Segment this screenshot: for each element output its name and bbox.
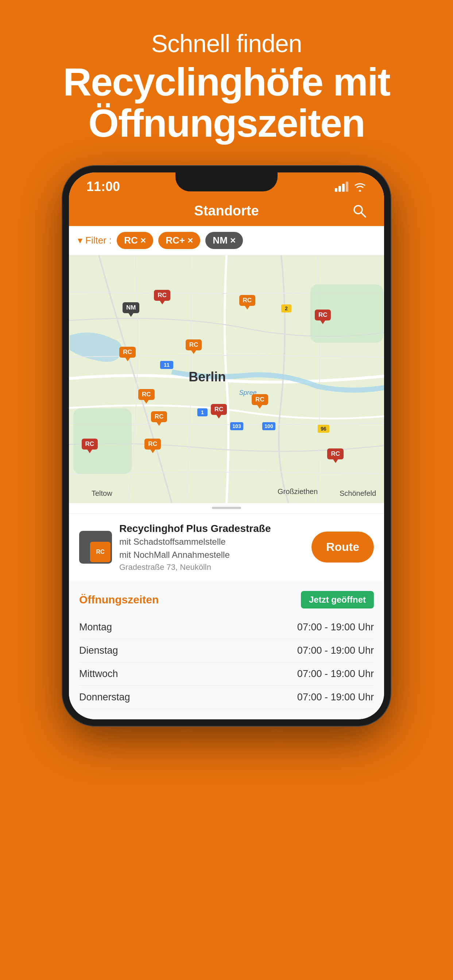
open-badge: Jetzt geöffnet	[301, 591, 374, 608]
wifi-icon	[353, 181, 367, 192]
map-pin[interactable]: RC	[154, 290, 170, 301]
svg-text:103: 103	[232, 423, 241, 429]
svg-text:96: 96	[321, 426, 327, 432]
svg-text:Teltow: Teltow	[91, 489, 112, 497]
filter-chevron: ▾	[78, 235, 83, 246]
hours-time: 07:00 - 19:00 Uhr	[297, 645, 374, 656]
detail-address: Gradestraße 73, Neukölln	[119, 563, 304, 572]
phone-screen: 11:00 Standorte	[69, 172, 384, 719]
hours-day: Dienstag	[79, 645, 118, 656]
filter-bar: ▾ Filter : RC × RC+ × NM ×	[69, 226, 384, 255]
detail-sub2: mit NochMall Annahmestelle	[119, 549, 304, 560]
rc-logo-text: RC	[96, 549, 104, 555]
hours-time: 07:00 - 19:00 Uhr	[297, 692, 374, 703]
phone-wrapper: 11:00 Standorte	[0, 166, 453, 726]
hours-day: Mittwoch	[79, 668, 118, 679]
notch	[175, 172, 278, 191]
hours-row-donnerstag: Donnerstag 07:00 - 19:00 Uhr	[79, 686, 374, 709]
filter-label[interactable]: ▾ Filter :	[78, 235, 112, 246]
map-pin[interactable]: RC	[327, 449, 344, 460]
hours-row-mittwoch: Mittwoch 07:00 - 19:00 Uhr	[79, 662, 374, 686]
hours-day: Montag	[79, 622, 112, 633]
svg-text:2: 2	[285, 305, 288, 311]
map-pin[interactable]: RC	[151, 411, 167, 422]
svg-text:Schönefeld: Schönefeld	[340, 489, 376, 497]
detail-top: RC Recyclinghof Plus Gradestraße mit Sch…	[79, 522, 374, 572]
hero-section: Schnell finden Recyclinghöfe mit Öffnung…	[0, 0, 453, 162]
hours-day: Donnerstag	[79, 692, 130, 703]
hours-row-dienstag: Dienstag 07:00 - 19:00 Uhr	[79, 639, 374, 662]
route-button[interactable]: Route	[311, 531, 374, 563]
svg-text:11: 11	[164, 362, 170, 368]
hours-row-montag: Montag 07:00 - 19:00 Uhr	[79, 616, 374, 639]
map-pin[interactable]: RC	[315, 310, 331, 320]
map-berlin-label: Berlin	[188, 369, 226, 385]
rc-logo: RC	[79, 531, 112, 564]
detail-sub1: mit Schadstoffsammelstelle	[119, 536, 304, 547]
search-icon	[352, 204, 367, 218]
map-pin-nm[interactable]: NM	[123, 302, 139, 313]
filter-chip-rc[interactable]: RC ×	[117, 232, 153, 249]
hours-time: 07:00 - 19:00 Uhr	[297, 622, 374, 633]
map-pin[interactable]: RC	[239, 295, 256, 306]
svg-text:1: 1	[201, 409, 204, 415]
detail-info: Recyclinghof Plus Gradestraße mit Schads…	[119, 522, 304, 572]
map-pin[interactable]: RC	[211, 404, 227, 415]
hours-time: 07:00 - 19:00 Uhr	[297, 668, 374, 679]
map-pin[interactable]: RC	[119, 347, 136, 358]
map-pin[interactable]: RC	[144, 439, 161, 450]
filter-chip-nm[interactable]: NM ×	[205, 232, 243, 249]
drag-handle-area	[69, 503, 384, 513]
status-icons	[335, 181, 367, 192]
detail-name: Recyclinghof Plus Gradestraße	[119, 522, 304, 535]
hours-section: Öffnungszeiten Jetzt geöffnet Montag 07:…	[69, 581, 384, 719]
svg-text:Großziethen: Großziethen	[278, 487, 318, 495]
map-pin[interactable]: RC	[82, 439, 98, 450]
map-pin[interactable]: RC	[138, 389, 155, 400]
status-time: 11:00	[86, 179, 120, 194]
map-pin[interactable]: RC	[252, 394, 268, 405]
search-button[interactable]	[352, 204, 367, 220]
drag-handle	[212, 507, 241, 509]
svg-text:100: 100	[265, 423, 273, 429]
map-area[interactable]: 11 1 103 100 2 96 Teltow Großziethen Sch…	[69, 255, 384, 503]
svg-line-1	[361, 213, 365, 217]
hours-header: Öffnungszeiten Jetzt geöffnet	[79, 591, 374, 608]
map-background: 11 1 103 100 2 96 Teltow Großziethen Sch…	[69, 255, 384, 503]
hero-subtitle: Schnell finden	[22, 29, 431, 57]
phone-frame: 11:00 Standorte	[62, 166, 391, 726]
nav-bar: Standorte	[69, 197, 384, 226]
bottom-spacer	[0, 726, 453, 762]
map-pin[interactable]: RC	[186, 339, 202, 350]
nav-title: Standorte	[194, 203, 258, 219]
filter-chip-rc-plus[interactable]: RC+ ×	[158, 232, 200, 249]
filter-text: Filter :	[85, 235, 112, 246]
detail-card: RC Recyclinghof Plus Gradestraße mit Sch…	[69, 513, 384, 581]
signal-icon	[335, 181, 348, 192]
hero-title: Recyclinghöfe mit Öffnungszeiten	[22, 61, 431, 144]
hours-title: Öffnungszeiten	[79, 593, 159, 606]
